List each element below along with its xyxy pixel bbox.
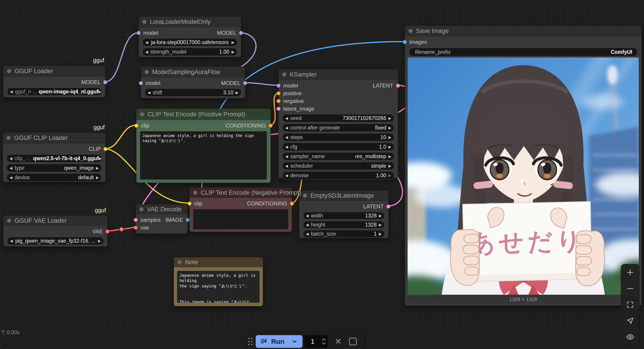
- node-model-sampling[interactable]: ModelSamplingAuraFlow model MODEL shift …: [141, 67, 245, 98]
- chevron-down-icon[interactable]: [291, 338, 298, 345]
- widget-filename-prefix[interactable]: filename_prefix ComfyUI: [409, 48, 638, 56]
- right-arrow-icon[interactable]: [236, 90, 238, 95]
- right-arrow-icon[interactable]: [388, 154, 391, 159]
- batch-count-input[interactable]: 1: [304, 335, 328, 348]
- input-port-model[interactable]: [276, 84, 280, 88]
- left-arrow-icon[interactable]: [145, 50, 148, 54]
- collapse-dot-icon[interactable]: [7, 69, 11, 73]
- output-port-conditioning[interactable]: [290, 202, 294, 206]
- input-port-latent-image[interactable]: [276, 107, 280, 111]
- node-header[interactable]: Save Image: [405, 26, 642, 36]
- left-arrow-icon[interactable]: [285, 116, 288, 120]
- chevron-down-icon[interactable]: [322, 342, 326, 345]
- node-lora-loader[interactable]: LoraLoaderModelOnly model MODEL ja-lora-…: [138, 16, 241, 57]
- output-port-model[interactable]: [239, 31, 243, 35]
- input-port-negative[interactable]: [276, 99, 280, 103]
- widget-denoise[interactable]: denoise 1.00: [282, 171, 394, 179]
- node-header[interactable]: GGUF Loader: [4, 66, 105, 77]
- left-arrow-icon[interactable]: [10, 175, 12, 180]
- widget-height[interactable]: height 1328: [303, 221, 385, 229]
- widget-gguf-name[interactable]: gguf_n ... qwen-image-iq4_nl.gguf: [7, 88, 102, 96]
- node-header[interactable]: KSampler: [279, 69, 398, 80]
- prompt-textarea[interactable]: Japanese anime style, a girl is holding …: [140, 131, 267, 179]
- node-vae-decode[interactable]: VAE Decode samples IMAGE vae: [136, 204, 188, 234]
- widget-seed[interactable]: seed 730017102670266: [282, 114, 394, 122]
- right-arrow-icon[interactable]: [388, 164, 391, 168]
- collapse-dot-icon[interactable]: [178, 260, 182, 264]
- input-port-positive[interactable]: [276, 92, 280, 95]
- node-header[interactable]: CLIP Text Encode (Positive Prompt): [136, 109, 270, 120]
- left-arrow-icon[interactable]: [10, 239, 13, 243]
- node-header[interactable]: CLIP Text Encode (Negative Prompt): [190, 188, 292, 198]
- node-header[interactable]: EmptySD3LatentImage: [299, 191, 388, 201]
- right-arrow-icon[interactable]: [388, 126, 391, 130]
- widget-sampler-name[interactable]: sampler_name res_multistep: [282, 152, 394, 160]
- node-ksampler[interactable]: KSampler model LATENT positive negative …: [278, 69, 398, 178]
- collapse-dot-icon[interactable]: [142, 20, 146, 24]
- left-arrow-icon[interactable]: [285, 154, 288, 159]
- output-port-model[interactable]: [243, 81, 247, 85]
- zoom-out-icon[interactable]: [626, 284, 635, 293]
- collapse-dot-icon[interactable]: [408, 29, 412, 33]
- node-header[interactable]: VAE Decode: [136, 204, 188, 214]
- node-clip-negative[interactable]: CLIP Text Encode (Negative Prompt) clip …: [190, 187, 292, 232]
- right-arrow-icon[interactable]: [379, 232, 382, 236]
- right-arrow-icon[interactable]: [232, 50, 234, 54]
- prompt-textarea[interactable]: [193, 209, 288, 229]
- node-gguf-vae-loader[interactable]: GGUF VAE Loader VAE pig_qwen_image_vae_f…: [3, 215, 108, 247]
- stop-icon[interactable]: [349, 338, 357, 345]
- left-arrow-icon[interactable]: [285, 145, 288, 149]
- left-arrow-icon[interactable]: [10, 156, 12, 161]
- output-port-clip[interactable]: [104, 147, 108, 151]
- input-port-model[interactable]: [137, 31, 140, 35]
- chevron-up-icon[interactable]: [322, 338, 326, 341]
- node-header[interactable]: LoraLoaderModelOnly: [139, 17, 241, 27]
- input-port-images[interactable]: [403, 40, 407, 44]
- collapse-dot-icon[interactable]: [303, 194, 307, 198]
- fit-view-icon[interactable]: [626, 300, 635, 309]
- canvas-toolbar[interactable]: [621, 264, 640, 345]
- input-port-samples[interactable]: [134, 218, 138, 222]
- node-header[interactable]: GGUF CLIP Loader: [3, 133, 105, 143]
- widget-control-after-generate[interactable]: control after generate fixed: [282, 124, 394, 132]
- node-gguf-loader[interactable]: GGUF Loader MODEL gguf_n ... qwen-image-…: [3, 66, 105, 98]
- node-clip-positive[interactable]: CLIP Text Encode (Positive Prompt) clip …: [136, 109, 271, 183]
- output-port-conditioning[interactable]: [269, 124, 272, 128]
- widget-vae-name[interactable]: pig_qwen_image_vae_fp32-f16. ...: [7, 237, 104, 245]
- node-gguf-clip-loader[interactable]: GGUF CLIP Loader CLIP clip_ ... qwen2.5-…: [3, 132, 106, 182]
- drag-handle-icon[interactable]: [248, 338, 252, 345]
- input-port-clip[interactable]: [134, 124, 138, 128]
- right-arrow-icon[interactable]: [98, 239, 101, 243]
- input-port-clip[interactable]: [188, 202, 192, 206]
- right-arrow-icon[interactable]: [388, 145, 391, 149]
- widget-batch-size[interactable]: batch_size 1: [303, 230, 385, 238]
- left-arrow-icon[interactable]: [285, 164, 288, 168]
- node-header[interactable]: GGUF VAE Loader: [4, 216, 108, 226]
- right-arrow-icon[interactable]: [379, 223, 382, 227]
- input-port-model[interactable]: [139, 81, 143, 85]
- left-arrow-icon[interactable]: [148, 90, 150, 95]
- left-arrow-icon[interactable]: [10, 166, 12, 170]
- node-empty-latent[interactable]: EmptySD3LatentImage LATENT width 1328 he…: [299, 190, 388, 238]
- widget-type[interactable]: type qwen_image: [6, 164, 102, 172]
- eye-icon[interactable]: [626, 332, 635, 341]
- node-note[interactable]: Note Japanese anime style, a girl is hol…: [174, 257, 263, 306]
- right-arrow-icon[interactable]: [388, 135, 391, 140]
- collapse-dot-icon[interactable]: [140, 207, 144, 211]
- widget-steps[interactable]: steps 10: [282, 133, 394, 141]
- collapse-dot-icon[interactable]: [282, 73, 286, 77]
- comfyui-canvas[interactable]: { "colors": { "model": "#b49bdc", "clip"…: [0, 0, 644, 349]
- left-arrow-icon[interactable]: [285, 126, 288, 130]
- left-arrow-icon[interactable]: [285, 135, 288, 140]
- node-save-image[interactable]: Save Image images filename_prefix ComfyU…: [405, 26, 642, 306]
- output-port-vae[interactable]: [106, 230, 110, 234]
- output-port-model[interactable]: [103, 81, 107, 84]
- widget-strength-model[interactable]: strength_model 1.00: [142, 48, 237, 56]
- output-port-image[interactable]: [186, 218, 190, 222]
- note-textarea[interactable]: Japanese anime style, a girl is holding …: [177, 271, 260, 303]
- left-arrow-icon[interactable]: [145, 40, 148, 45]
- run-button[interactable]: Run: [256, 335, 302, 348]
- right-arrow-icon[interactable]: [232, 40, 234, 45]
- widget-scheduler[interactable]: scheduler simple: [282, 162, 394, 170]
- collapse-dot-icon[interactable]: [145, 70, 149, 74]
